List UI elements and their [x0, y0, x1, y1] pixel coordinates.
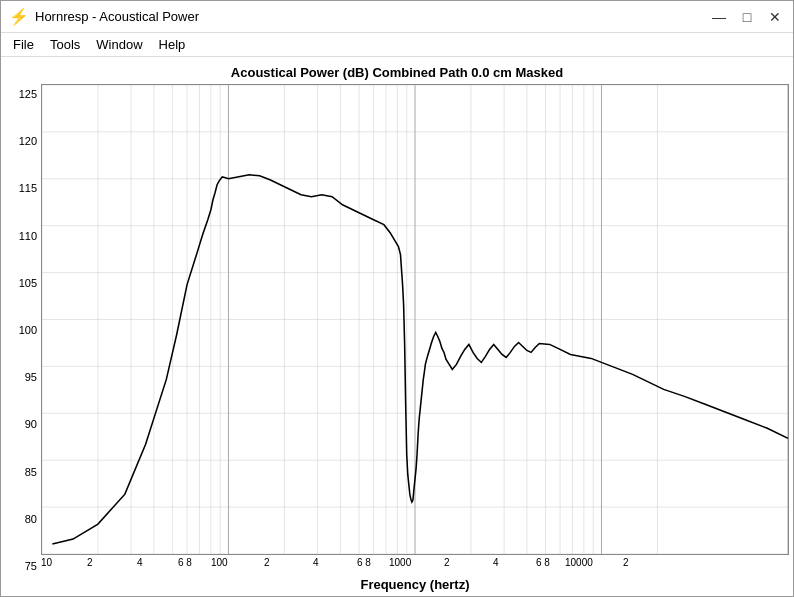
x-label-2c: 2 [444, 557, 450, 568]
y-label-110: 110 [19, 230, 37, 242]
x-label-4c: 4 [493, 557, 499, 568]
x-label-68c: 6 8 [536, 557, 550, 568]
y-label-85: 85 [25, 466, 37, 478]
y-label-115: 115 [19, 182, 37, 194]
title-bar-controls: — □ ✕ [709, 7, 785, 27]
chart-title: Acoustical Power (dB) Combined Path 0.0 … [231, 65, 563, 80]
menu-file[interactable]: File [5, 35, 42, 54]
x-label-4a: 4 [137, 557, 143, 568]
x-axis: 10 2 4 6 8 100 2 4 6 8 1000 2 4 6 8 1000… [41, 555, 789, 575]
window-title: Hornresp - Acoustical Power [35, 9, 199, 24]
x-label-68b: 6 8 [357, 557, 371, 568]
chart-svg [42, 85, 788, 554]
chart-right: 10 2 4 6 8 100 2 4 6 8 1000 2 4 6 8 1000… [41, 84, 789, 592]
x-axis-title: Frequency (hertz) [41, 577, 789, 592]
x-label-10000: 10000 [565, 557, 593, 568]
y-label-125: 125 [19, 88, 37, 100]
x-label-2a: 2 [87, 557, 93, 568]
close-button[interactable]: ✕ [765, 7, 785, 27]
x-label-4b: 4 [313, 557, 319, 568]
menu-help[interactable]: Help [151, 35, 194, 54]
x-label-2b: 2 [264, 557, 270, 568]
plot-area [41, 84, 789, 555]
y-label-105: 105 [19, 277, 37, 289]
chart-container: 125 120 115 110 105 100 95 90 85 80 75 [5, 84, 789, 592]
chart-area: Acoustical Power (dB) Combined Path 0.0 … [1, 57, 793, 596]
y-label-95: 95 [25, 371, 37, 383]
x-label-68a: 6 8 [178, 557, 192, 568]
x-label-100: 100 [211, 557, 228, 568]
menu-tools[interactable]: Tools [42, 35, 88, 54]
x-label-2d: 2 [623, 557, 629, 568]
power-curve [52, 175, 788, 544]
y-axis: 125 120 115 110 105 100 95 90 85 80 75 [5, 84, 41, 592]
app-icon: ⚡ [9, 7, 29, 26]
x-label-1000: 1000 [389, 557, 411, 568]
y-label-90: 90 [25, 418, 37, 430]
x-label-10: 10 [41, 557, 52, 568]
title-bar: ⚡ Hornresp - Acoustical Power — □ ✕ [1, 1, 793, 33]
title-bar-left: ⚡ Hornresp - Acoustical Power [9, 7, 199, 26]
menu-bar: File Tools Window Help [1, 33, 793, 57]
y-label-75: 75 [25, 560, 37, 572]
main-window: ⚡ Hornresp - Acoustical Power — □ ✕ File… [0, 0, 794, 597]
y-label-120: 120 [19, 135, 37, 147]
y-label-100: 100 [19, 324, 37, 336]
minimize-button[interactable]: — [709, 7, 729, 27]
menu-window[interactable]: Window [88, 35, 150, 54]
maximize-button[interactable]: □ [737, 7, 757, 27]
y-label-80: 80 [25, 513, 37, 525]
